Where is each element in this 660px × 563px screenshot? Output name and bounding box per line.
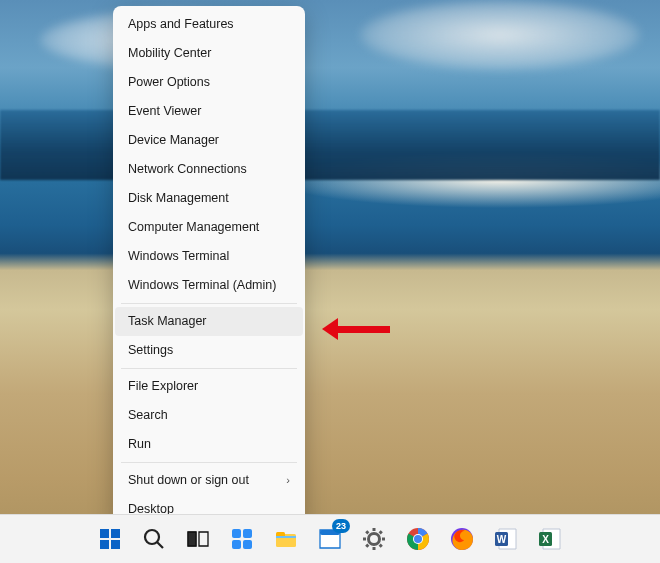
chrome-button[interactable] bbox=[400, 521, 436, 557]
svg-rect-9 bbox=[188, 532, 196, 546]
menu-item-label: Power Options bbox=[128, 75, 210, 90]
excel-icon: X bbox=[537, 526, 563, 552]
menu-item-shut-down-or-sign-out[interactable]: Shut down or sign out› bbox=[115, 466, 303, 495]
firefox-button[interactable] bbox=[444, 521, 480, 557]
svg-rect-10 bbox=[199, 532, 208, 546]
menu-item-windows-terminal[interactable]: Windows Terminal bbox=[115, 242, 303, 271]
annotation-arrow-task-manager bbox=[322, 318, 390, 340]
taskview-icon bbox=[185, 526, 211, 552]
svg-rect-13 bbox=[232, 540, 241, 549]
menu-item-label: Apps and Features bbox=[128, 17, 234, 32]
winx-context-menu: Apps and FeaturesMobility CenterPower Op… bbox=[113, 6, 305, 528]
menu-item-settings[interactable]: Settings bbox=[115, 336, 303, 365]
menu-item-label: Settings bbox=[128, 343, 173, 358]
menu-item-label: Network Connections bbox=[128, 162, 247, 177]
svg-rect-14 bbox=[243, 540, 252, 549]
menu-item-label: Search bbox=[128, 408, 168, 423]
widgets-button[interactable] bbox=[224, 521, 260, 557]
chrome-icon bbox=[405, 526, 431, 552]
svg-rect-17 bbox=[276, 536, 296, 538]
calendar-button[interactable]: 23 bbox=[312, 521, 348, 557]
menu-item-apps-and-features[interactable]: Apps and Features bbox=[115, 10, 303, 39]
menu-item-label: Shut down or sign out bbox=[128, 473, 249, 488]
word-icon: W bbox=[493, 526, 519, 552]
widgets-icon bbox=[229, 526, 255, 552]
svg-text:X: X bbox=[542, 534, 549, 545]
menu-item-label: Event Viewer bbox=[128, 104, 201, 119]
menu-item-label: Windows Terminal (Admin) bbox=[128, 278, 276, 293]
taskbar: 23WX bbox=[0, 514, 660, 563]
menu-item-label: Task Manager bbox=[128, 314, 207, 329]
menu-item-label: Run bbox=[128, 437, 151, 452]
svg-rect-1 bbox=[111, 529, 120, 538]
search-button[interactable] bbox=[136, 521, 172, 557]
menu-item-task-manager[interactable]: Task Manager bbox=[115, 307, 303, 336]
menu-item-event-viewer[interactable]: Event Viewer bbox=[115, 97, 303, 126]
chevron-right-icon: › bbox=[286, 474, 290, 487]
menu-item-mobility-center[interactable]: Mobility Center bbox=[115, 39, 303, 68]
excel-button[interactable]: X bbox=[532, 521, 568, 557]
menu-item-label: Device Manager bbox=[128, 133, 219, 148]
svg-rect-11 bbox=[232, 529, 241, 538]
search-icon bbox=[141, 526, 167, 552]
svg-point-4 bbox=[145, 530, 159, 544]
menu-item-label: Computer Management bbox=[128, 220, 259, 235]
menu-item-run[interactable]: Run bbox=[115, 430, 303, 459]
desktop-wallpaper: Apps and FeaturesMobility CenterPower Op… bbox=[0, 0, 660, 563]
svg-point-20 bbox=[369, 534, 380, 545]
menu-separator bbox=[121, 368, 297, 369]
task-view-button[interactable] bbox=[180, 521, 216, 557]
svg-text:W: W bbox=[497, 534, 507, 545]
menu-item-label: File Explorer bbox=[128, 379, 198, 394]
badge: 23 bbox=[332, 519, 350, 533]
explorer-icon bbox=[273, 526, 299, 552]
menu-item-disk-management[interactable]: Disk Management bbox=[115, 184, 303, 213]
start-button[interactable] bbox=[92, 521, 128, 557]
svg-rect-12 bbox=[243, 529, 252, 538]
file-explorer-button[interactable] bbox=[268, 521, 304, 557]
menu-item-windows-terminal-admin[interactable]: Windows Terminal (Admin) bbox=[115, 271, 303, 300]
menu-item-power-options[interactable]: Power Options bbox=[115, 68, 303, 97]
svg-rect-3 bbox=[111, 540, 120, 549]
menu-item-network-connections[interactable]: Network Connections bbox=[115, 155, 303, 184]
menu-separator bbox=[121, 462, 297, 463]
settings-button[interactable] bbox=[356, 521, 392, 557]
menu-item-search[interactable]: Search bbox=[115, 401, 303, 430]
word-button[interactable]: W bbox=[488, 521, 524, 557]
svg-rect-2 bbox=[100, 540, 109, 549]
svg-point-23 bbox=[414, 535, 422, 543]
firefox-icon bbox=[449, 526, 475, 552]
gear-icon bbox=[361, 526, 387, 552]
menu-separator bbox=[121, 303, 297, 304]
windows-icon bbox=[97, 526, 123, 552]
menu-item-file-explorer[interactable]: File Explorer bbox=[115, 372, 303, 401]
menu-item-device-manager[interactable]: Device Manager bbox=[115, 126, 303, 155]
menu-item-label: Windows Terminal bbox=[128, 249, 229, 264]
svg-rect-0 bbox=[100, 529, 109, 538]
menu-item-label: Disk Management bbox=[128, 191, 229, 206]
menu-item-label: Mobility Center bbox=[128, 46, 211, 61]
menu-item-computer-management[interactable]: Computer Management bbox=[115, 213, 303, 242]
